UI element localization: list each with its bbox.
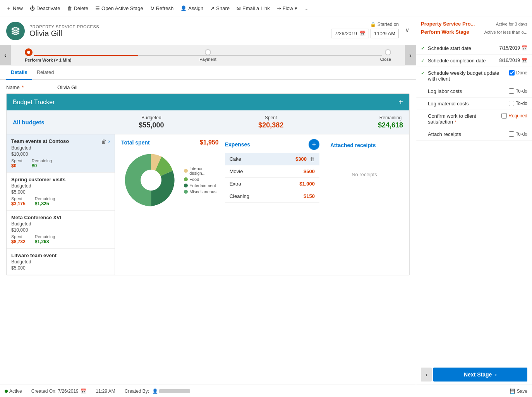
right-panel: Property Service Pro... Active for 3 day… bbox=[416, 17, 532, 385]
rp-check-confirm-work: ✓ Confirm work to client satisfaction * … bbox=[416, 110, 532, 128]
legend-item: Interior design... bbox=[184, 166, 219, 175]
flow-icon: ⇢ bbox=[277, 5, 281, 11]
required-star: * bbox=[22, 84, 24, 90]
tab-bar: Details Related bbox=[0, 65, 416, 80]
header-chevron-icon[interactable]: ∨ bbox=[405, 26, 410, 34]
name-value: Olivia Gill bbox=[57, 84, 79, 90]
svg-point-1 bbox=[141, 170, 161, 191]
weekly-budget-checkbox[interactable] bbox=[509, 70, 515, 76]
bt-body: Team events at Contoso 🗑 › Budgeted $10,… bbox=[7, 134, 409, 275]
check-icon: ✓ bbox=[421, 70, 425, 76]
assign-button[interactable]: 👤 Assign bbox=[177, 4, 206, 13]
calendar-icon: 📅 bbox=[81, 388, 86, 394]
flow-button[interactable]: ⇢ Flow ▾ bbox=[274, 4, 300, 13]
rp-check-attach-receipts: ✓ Attach receipts To-do bbox=[416, 128, 532, 141]
budget-item[interactable]: Litware team event Budgeted $5,000 bbox=[7, 249, 115, 275]
bt-remaining: Remaining $24,618 bbox=[378, 115, 403, 129]
all-budgets-label[interactable]: All budgets bbox=[13, 119, 45, 125]
placeholder-icon: ✓ bbox=[421, 89, 425, 94]
budget-item[interactable]: Spring customer visits Budgeted $5,000 S… bbox=[7, 173, 115, 211]
bt-title: Budget Tracker bbox=[13, 99, 55, 106]
stage-item-payment[interactable]: Payment bbox=[147, 49, 269, 62]
stage-prev-button[interactable]: ‹ bbox=[0, 45, 11, 65]
started-date-field[interactable]: 7/26/2019 📅 bbox=[331, 29, 369, 38]
tab-related[interactable]: Related bbox=[32, 65, 59, 80]
stage-circle bbox=[205, 49, 211, 55]
total-spent-label: Total spent bbox=[121, 139, 150, 146]
chart-wrapper: Interior design... Food Entertainment bbox=[121, 149, 219, 211]
open-active-stage-icon: ☰ bbox=[95, 5, 100, 11]
expense-row[interactable]: Movie $500 bbox=[225, 165, 319, 178]
more-button[interactable]: ... bbox=[301, 4, 312, 13]
legend-dot bbox=[184, 190, 188, 194]
tab-details[interactable]: Details bbox=[6, 65, 32, 80]
stage-item-perform-work[interactable]: Perform Work (< 1 Min) bbox=[17, 48, 147, 62]
attach-receipts-checkbox[interactable] bbox=[509, 131, 514, 137]
material-checkbox[interactable] bbox=[509, 101, 514, 106]
expense-row[interactable]: Cake $300 🗑 bbox=[225, 153, 319, 165]
budget-next-button[interactable]: › bbox=[108, 138, 110, 144]
stage-label: Close bbox=[380, 57, 391, 62]
budget-delete-button[interactable]: 🗑 bbox=[101, 138, 106, 144]
calendar-icon[interactable]: 📅 bbox=[522, 45, 527, 51]
email-link-icon: ✉ bbox=[237, 5, 241, 11]
budget-item[interactable]: Meta Conference XVI Budgeted $10,000 Spe… bbox=[7, 211, 115, 249]
record-name: Olivia Gill bbox=[29, 29, 99, 38]
delete-icon: 🗑 bbox=[67, 5, 72, 11]
status-bar: Active Created On: 7/26/2019 📅 11:29 AM … bbox=[0, 385, 532, 397]
budget-detail: Total spent $1,950 bbox=[115, 134, 409, 275]
user-icon: 👤 bbox=[152, 388, 158, 394]
bt-add-button[interactable]: + bbox=[398, 98, 403, 107]
confirm-work-checkbox[interactable] bbox=[501, 113, 507, 119]
deactivate-button[interactable]: ⏻ Deactivate bbox=[27, 4, 63, 13]
content-panel: PROPERTY SERVICE PROCESS Olivia Gill 🔒 S… bbox=[0, 17, 416, 385]
rp-stage-name[interactable]: Perform Work Stage bbox=[421, 29, 469, 35]
legend-item: Miscellaneous bbox=[184, 189, 219, 194]
share-icon: ↗ bbox=[210, 5, 215, 11]
rp-process-name[interactable]: Property Service Pro... bbox=[421, 21, 475, 27]
status-active: Active bbox=[5, 388, 22, 394]
rp-process-status: Active for 3 days bbox=[496, 22, 527, 26]
rp-check-schedule-completion: ✓ Schedule completion date 8/16/2019 📅 bbox=[416, 55, 532, 67]
expense-row[interactable]: Cleaning $150 bbox=[225, 190, 319, 203]
stage-item-close[interactable]: Close bbox=[269, 49, 399, 62]
labor-checkbox[interactable] bbox=[509, 88, 514, 94]
created-by-value-redacted bbox=[159, 389, 190, 393]
status-dot bbox=[5, 390, 8, 393]
next-stage-button[interactable]: Next Stage › bbox=[433, 368, 527, 382]
name-row: Name * Olivia Gill bbox=[6, 84, 410, 90]
calendar-icon[interactable]: 📅 bbox=[522, 58, 527, 63]
started-time-field[interactable]: 11:29 AM bbox=[371, 29, 399, 38]
created-time: 11:29 AM bbox=[96, 388, 115, 394]
expenses-section: Expenses + Cake $300 🗑 bbox=[225, 139, 319, 270]
check-icon: ✓ bbox=[421, 46, 425, 51]
budget-tracker: Budget Tracker + All budgets Budgeted $5… bbox=[6, 93, 410, 275]
expense-row[interactable]: Extra $1,000 bbox=[225, 178, 319, 190]
stage-circle-active bbox=[25, 48, 33, 56]
delete-button[interactable]: 🗑 Delete bbox=[64, 4, 91, 13]
legend-dot bbox=[184, 177, 188, 181]
next-stage-bar: ‹ Next Stage › bbox=[416, 364, 532, 385]
stage-circle bbox=[385, 49, 391, 55]
budget-item[interactable]: Team events at Contoso 🗑 › Budgeted $10,… bbox=[7, 134, 115, 173]
assign-icon: 👤 bbox=[180, 5, 187, 11]
prev-stage-button[interactable]: ‹ bbox=[421, 368, 432, 382]
required-indicator: * bbox=[455, 120, 456, 124]
placeholder-icon: ✓ bbox=[421, 113, 425, 119]
refresh-button[interactable]: ↻ Refresh bbox=[147, 4, 177, 13]
expense-delete-button[interactable]: 🗑 bbox=[310, 156, 315, 162]
budget-list: Team events at Contoso 🗑 › Budgeted $10,… bbox=[7, 134, 115, 275]
rp-checklist: ✓ Schedule start date 7/15/2019 📅 ✓ Sche… bbox=[416, 39, 532, 144]
add-expense-button[interactable]: + bbox=[309, 139, 319, 150]
save-button[interactable]: 💾 Save bbox=[510, 388, 527, 394]
lock-icon: 🔒 bbox=[370, 22, 376, 27]
toolbar: ＋ New ⏻ Deactivate 🗑 Delete ☰ Open Activ… bbox=[0, 0, 532, 17]
email-link-button[interactable]: ✉ Email a Link bbox=[233, 4, 273, 13]
legend-item: Food bbox=[184, 177, 219, 182]
no-receipts-label: No receipts bbox=[330, 172, 398, 177]
legend-dot bbox=[184, 184, 188, 187]
share-button[interactable]: ↗ Share bbox=[207, 4, 233, 13]
stage-next-button[interactable]: › bbox=[405, 45, 416, 65]
open-active-stage-button[interactable]: ☰ Open Active Stage bbox=[92, 4, 146, 13]
new-button[interactable]: ＋ New bbox=[3, 3, 26, 14]
